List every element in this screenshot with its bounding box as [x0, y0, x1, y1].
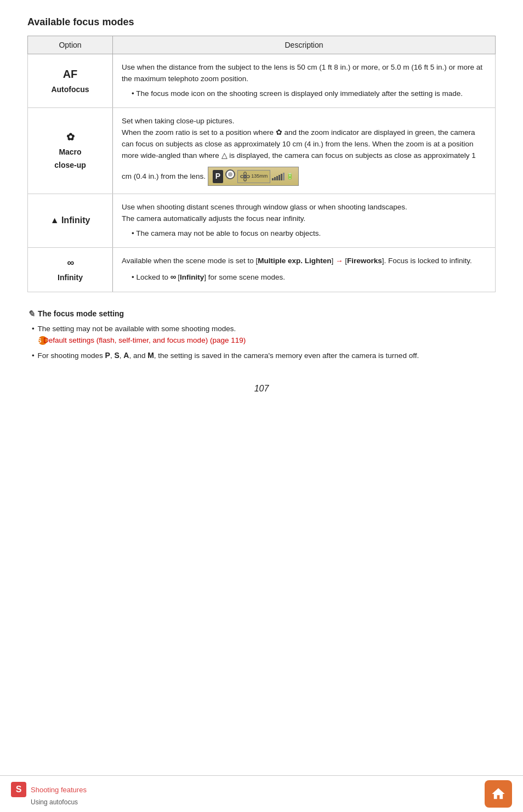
co-infinity-icon: ∞	[67, 255, 73, 271]
footer-link-text[interactable]: Shooting features	[31, 786, 87, 794]
macro-text: Macro	[59, 146, 81, 158]
footer-subtitle: Using autofocus	[11, 798, 87, 806]
desc-cell-af: Use when the distance from the subject t…	[113, 54, 496, 108]
svg-point-4	[241, 175, 244, 178]
svg-point-1	[228, 172, 232, 177]
table-row: ✿ Macro close-up Set when taking close-u…	[28, 107, 496, 194]
note-bullets: The setting may not be available with so…	[27, 323, 496, 362]
af-option-label: AF Autofocus	[37, 66, 104, 96]
cam-p: P	[213, 170, 223, 183]
table-row: ▲ Infinity Use when shooting distant sce…	[28, 194, 496, 248]
footer-brand-icon: S	[11, 782, 26, 797]
note-link-text[interactable]: Default settings (flash, self-timer, and…	[50, 335, 246, 347]
af-subtext: Autofocus	[51, 84, 89, 96]
option-cell-infinity-triangle: ▲ Infinity	[28, 194, 113, 248]
af-bullet-1: The focus mode icon on the shooting scre…	[132, 88, 486, 100]
infinity-co-bullet-1: Locked to ∞ [Infinity] for some scene mo…	[132, 270, 486, 283]
af-desc-bullets: The focus mode icon on the shooting scre…	[122, 88, 486, 100]
cam-flower-box: 135mm	[237, 170, 270, 183]
infinity-tri-bullets: The camera may not be able to focus on n…	[122, 228, 486, 240]
col-header-description: Description	[113, 36, 496, 54]
note-icon: ✎	[27, 309, 35, 319]
footer-home-button[interactable]	[485, 780, 512, 808]
option-cell-infinity-co: ∞ Infinity	[28, 248, 113, 292]
option-cell-af: AF Autofocus	[28, 54, 113, 108]
macro-option-label: ✿ Macro close-up	[37, 130, 104, 171]
svg-point-3	[244, 178, 247, 181]
desc-cell-infinity-triangle: Use when shooting distant scenes through…	[113, 194, 496, 248]
page-number: 107	[27, 384, 496, 394]
infinity-triangle-label: ▲ Infinity	[37, 214, 104, 228]
note-title: ✎ The focus mode setting	[27, 309, 496, 319]
cam-zoom-bar	[272, 173, 285, 180]
desc-cell-macro: Set when taking close-up pictures. When …	[113, 107, 496, 194]
footer-link-row: S Shooting features	[11, 782, 87, 797]
main-content: Available focus modes Option Description…	[0, 0, 523, 465]
infinity-tri-bullet-1: The camera may not be able to focus on n…	[132, 228, 486, 240]
macro-icon: ✿	[66, 130, 75, 145]
infinity-co-label: ∞ Infinity	[37, 255, 104, 284]
col-header-option: Option	[28, 36, 113, 54]
af-text: AF	[63, 66, 78, 83]
af-desc-main: Use when the distance from the subject t…	[122, 63, 482, 83]
page-title: Available focus modes	[27, 16, 496, 28]
desc-cell-infinity-co: Available when the scene mode is set to …	[113, 248, 496, 292]
svg-point-6	[244, 175, 247, 178]
infinity-co-bullets: Locked to ∞ [Infinity] for some scene mo…	[122, 270, 486, 283]
cam-mm-label: 135mm	[251, 173, 268, 180]
infinity-co-text: Infinity	[58, 272, 83, 284]
cam-battery: 🔋	[286, 172, 294, 181]
svg-point-2	[244, 172, 247, 175]
svg-point-5	[246, 175, 249, 178]
cam-dial-icon	[225, 169, 236, 184]
triangle-infinity-icon: ▲ Infinity	[50, 214, 90, 228]
footer-left: S Shooting features Using autofocus	[11, 782, 87, 806]
camera-screen-image: P	[208, 167, 299, 186]
focus-modes-table: Option Description AF Autofocus Use when…	[27, 36, 496, 292]
note-bullet-1: The setting may not be available with so…	[27, 323, 496, 347]
footer-bar: S Shooting features Using autofocus	[0, 775, 523, 812]
table-row: AF Autofocus Use when the distance from …	[28, 54, 496, 108]
infinity-tri-desc-main: Use when shooting distant scenes through…	[122, 203, 407, 223]
macro-subtext: close-up	[54, 160, 86, 172]
infinity-co-desc-main: Available when the scene mode is set to …	[122, 257, 472, 265]
option-cell-macro: ✿ Macro close-up	[28, 107, 113, 194]
note-section: ✎ The focus mode setting The setting may…	[27, 309, 496, 362]
table-row: ∞ Infinity Available when the scene mode…	[28, 248, 496, 292]
note-bullet-2: For shooting modes P, S, A, and M, the s…	[27, 350, 496, 362]
